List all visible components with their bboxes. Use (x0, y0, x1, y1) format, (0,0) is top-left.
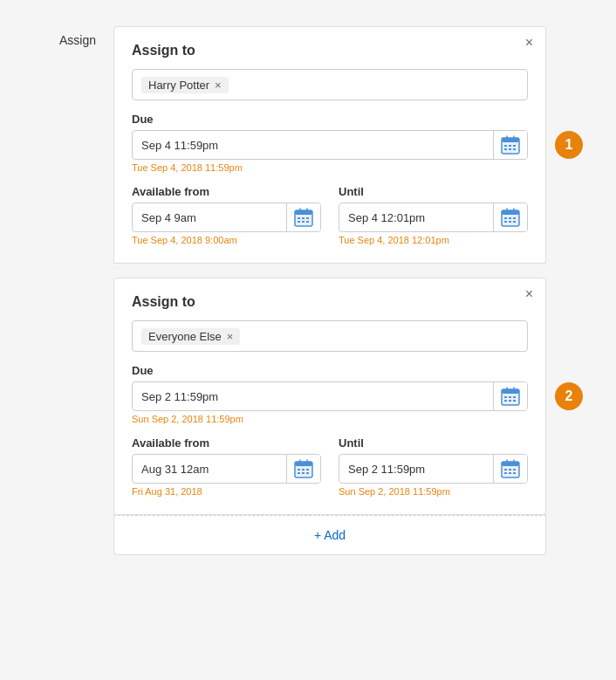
add-bar: + Add (113, 515, 546, 555)
svg-rect-8 (509, 148, 511, 150)
panel1-due-calendar-icon (501, 135, 520, 155)
svg-rect-47 (298, 472, 300, 474)
svg-rect-29 (513, 221, 516, 223)
svg-rect-11 (295, 210, 312, 215)
panel2-close-button[interactable]: × (525, 287, 533, 301)
svg-rect-37 (504, 400, 507, 402)
svg-rect-9 (513, 148, 516, 150)
panel2-until-subtitle: Sun Sep 2, 2018 11:59pm (339, 486, 528, 497)
panel1-until-value: Sep 4 12:01pm (339, 206, 493, 230)
svg-rect-44 (298, 469, 300, 471)
svg-rect-51 (502, 462, 519, 466)
panel2: × Assign to Everyone Else × Due Sep 2 11… (113, 278, 546, 515)
panel2-due-input-wrapper: Sep 2 11:59pm (132, 381, 528, 411)
panel2-until-group: Until Sep 2 11:59pm (339, 436, 528, 497)
svg-rect-56 (513, 469, 516, 471)
svg-rect-34 (504, 396, 507, 398)
panel1-until-input-wrapper: Sep 4 12:01pm (339, 203, 528, 232)
panel1-due-label: Due (132, 113, 528, 126)
svg-rect-27 (504, 221, 507, 223)
panel1-available-calendar-button[interactable] (286, 203, 320, 231)
panel2-due-value: Sep 2 11:59pm (133, 385, 493, 409)
svg-rect-6 (513, 145, 516, 147)
svg-rect-7 (504, 148, 507, 150)
svg-rect-54 (504, 469, 507, 471)
svg-rect-59 (513, 472, 516, 474)
panel1-available-calendar-icon (294, 208, 313, 227)
panel1-tag: Harry Potter × (141, 77, 229, 93)
panel1-due-calendar-button[interactable] (493, 131, 527, 159)
svg-rect-46 (306, 469, 309, 471)
panel1-title: Assign to (132, 43, 528, 58)
svg-rect-49 (306, 472, 309, 474)
panel2-avail-until-row: Available from Aug 31 12am (132, 436, 528, 497)
panel2-due-section: Due Sep 2 11:59pm (132, 364, 528, 424)
svg-rect-41 (295, 462, 312, 466)
svg-rect-1 (502, 138, 519, 142)
svg-rect-28 (509, 221, 511, 223)
panel1-until-group: Until Sep 4 12:01pm (339, 185, 528, 245)
panel2-available-calendar-icon (294, 459, 313, 478)
svg-rect-58 (509, 472, 511, 474)
panel2-due-calendar-icon (501, 387, 520, 406)
svg-rect-39 (513, 400, 516, 402)
panel2-available-input-wrapper: Aug 31 12am (132, 454, 321, 484)
svg-rect-26 (513, 217, 516, 219)
panel2-available-label: Available from (132, 436, 321, 450)
panel2-badge: 2 (555, 382, 583, 410)
panel1-due-subtitle: Tue Sep 4, 2018 11:59pm (132, 162, 528, 173)
panel1-assign-to-box: Harry Potter × (132, 69, 528, 100)
svg-rect-38 (509, 400, 511, 402)
svg-rect-16 (306, 217, 309, 219)
panel2-tag-label: Everyone Else (148, 330, 222, 343)
panel2-available-calendar-button[interactable] (286, 455, 320, 483)
panel1-tag-close-button[interactable]: × (215, 79, 222, 91)
svg-rect-14 (298, 217, 300, 219)
panel1-tag-label: Harry Potter (148, 79, 209, 92)
panel1-until-calendar-icon (501, 208, 520, 227)
svg-rect-55 (509, 469, 511, 471)
panel1-available-input-wrapper: Sep 4 9am (132, 203, 321, 232)
svg-rect-18 (302, 221, 305, 223)
panel2-assign-to-box: Everyone Else × (132, 320, 528, 352)
panel1: × Assign to Harry Potter × Due Sep 4 11:… (113, 26, 546, 264)
svg-rect-25 (509, 217, 511, 219)
panel2-tag: Everyone Else × (141, 328, 240, 345)
panel1-available-label: Available from (132, 185, 321, 198)
svg-rect-45 (302, 469, 305, 471)
panel2-until-calendar-icon (501, 459, 520, 478)
panel1-wrapper: × Assign to Harry Potter × Due Sep 4 11:… (113, 26, 546, 264)
svg-rect-4 (504, 145, 507, 147)
panel1-available-group: Available from Sep 4 9am (132, 185, 321, 245)
panel2-title: Assign to (132, 294, 528, 310)
add-button[interactable]: + Add (314, 528, 346, 542)
panel1-avail-until-row: Available from Sep 4 9am (132, 185, 528, 245)
svg-rect-17 (298, 221, 300, 223)
panel2-tag-close-button[interactable]: × (227, 331, 234, 342)
svg-rect-57 (504, 472, 507, 474)
page-wrapper: Assign × Assign to Harry Potter × Due Se… (0, 17, 616, 564)
panel2-until-calendar-button[interactable] (493, 455, 527, 483)
panel1-close-button[interactable]: × (525, 36, 533, 50)
panel2-available-value: Aug 31 12am (133, 457, 286, 481)
panel2-due-label: Due (132, 364, 528, 377)
panel1-badge: 1 (555, 131, 583, 159)
assign-label: Assign (59, 33, 96, 47)
panel2-available-subtitle: Fri Aug 31, 2018 (132, 486, 321, 497)
panels-outer: × Assign to Harry Potter × Due Sep 4 11:… (113, 26, 546, 555)
panel1-available-subtitle: Tue Sep 4, 2018 9:00am (132, 235, 321, 245)
panel2-due-calendar-button[interactable] (493, 382, 527, 410)
panel1-due-section: Due Sep 4 11:59pm (132, 113, 528, 173)
panel2-available-group: Available from Aug 31 12am (132, 436, 321, 497)
svg-rect-5 (509, 145, 511, 147)
panel2-wrapper: × Assign to Everyone Else × Due Sep 2 11… (113, 278, 546, 515)
panel1-until-label: Until (339, 185, 528, 198)
panel1-available-value: Sep 4 9am (133, 206, 286, 230)
panel1-due-value: Sep 4 11:59pm (133, 134, 493, 157)
panel1-due-input-wrapper: Sep 4 11:59pm (132, 130, 528, 160)
svg-rect-15 (302, 217, 305, 219)
svg-rect-35 (509, 396, 511, 398)
panel1-until-calendar-button[interactable] (493, 203, 527, 231)
panel2-until-input-wrapper: Sep 2 11:59pm (339, 454, 528, 484)
panel2-until-label: Until (339, 436, 528, 450)
